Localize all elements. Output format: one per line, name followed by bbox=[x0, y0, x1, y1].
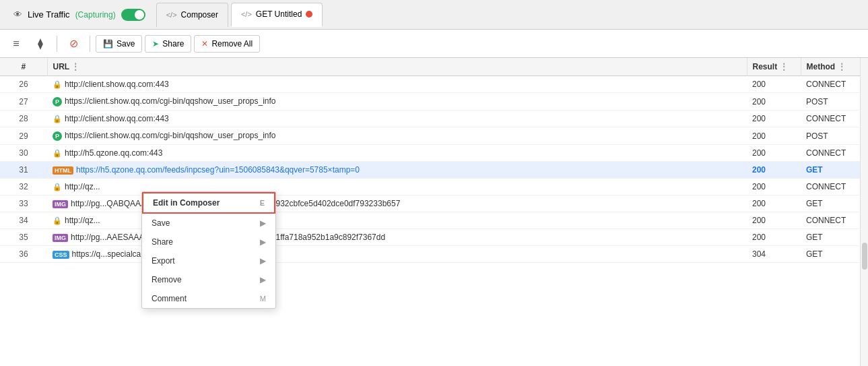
traffic-table-container: # URL ⋮ Result ⋮ Method ⋮ 26 🔒http://cli… bbox=[0, 58, 868, 366]
table-row[interactable]: 30 🔒http://h5.qzone.qq.com:443 200 CONNE… bbox=[0, 145, 868, 162]
table-row[interactable]: 31 HTMLhttps://h5.qzone.qq.com/feeds/inp… bbox=[0, 162, 868, 179]
cell-method: GET bbox=[801, 195, 868, 212]
tab-live-traffic[interactable]: 👁 Live Traffic (Capturing) bbox=[3, 3, 156, 27]
remove-all-label: Remove All bbox=[211, 39, 253, 49]
table-row[interactable]: 35 IMGhttp://pg...AAESAAAk29Bf4tUdApiGyj… bbox=[0, 229, 868, 246]
col-header-method[interactable]: Method ⋮ bbox=[801, 58, 868, 76]
lock-icon: 🔒 bbox=[53, 149, 62, 158]
context-menu-item[interactable]: Remove▶ bbox=[142, 270, 275, 289]
cell-row-num: 34 bbox=[0, 212, 47, 229]
toggle-dot bbox=[135, 10, 144, 20]
lock-icon: 🔒 bbox=[53, 216, 62, 225]
scrollbar[interactable] bbox=[860, 58, 868, 366]
table-row[interactable]: 36 CSShttps://q...specialcare_qqim_v2.cs… bbox=[0, 246, 868, 263]
cell-row-num: 36 bbox=[0, 246, 47, 263]
context-menu-item[interactable]: CommentM bbox=[142, 289, 275, 308]
cell-url[interactable]: 🔒http://h5.qzone.qq.com:443 bbox=[47, 145, 747, 162]
table-row[interactable]: 29 Phttps://client.show.qq.com/cgi-bin/q… bbox=[0, 127, 868, 145]
table-row[interactable]: 26 🔒http://client.show.qq.com:443 200 CO… bbox=[0, 76, 868, 93]
table-row[interactable]: 34 🔒http://qz... 200 CONNECT bbox=[0, 212, 868, 229]
cell-method: GET bbox=[801, 229, 868, 246]
cell-row-num: 28 bbox=[0, 111, 47, 127]
context-menu: Edit in ComposerESave▶Share▶Export▶Remov… bbox=[141, 191, 276, 309]
col-header-url[interactable]: URL ⋮ bbox=[47, 58, 747, 76]
cell-result: 304 bbox=[747, 246, 801, 263]
cell-row-num: 30 bbox=[0, 145, 47, 162]
live-traffic-label: Live Traffic bbox=[28, 9, 70, 20]
cell-result: 200 bbox=[747, 162, 801, 179]
submenu-arrow-icon: ▶ bbox=[260, 256, 266, 266]
capture-toggle[interactable] bbox=[121, 9, 145, 21]
cell-result: 200 bbox=[747, 93, 801, 111]
method-col-menu-icon[interactable]: ⋮ bbox=[838, 62, 846, 71]
eye-icon: 👁 bbox=[13, 9, 22, 20]
code-icon: </> bbox=[166, 11, 177, 19]
cell-result: 200 bbox=[747, 145, 801, 162]
toolbar: ≡ ⧫ ⊘ 💾 Save ➤ Share ✕ Remove All bbox=[0, 30, 868, 58]
cell-result: 200 bbox=[747, 111, 801, 127]
save-icon: 💾 bbox=[103, 39, 113, 49]
cell-method: POST bbox=[801, 93, 868, 111]
cell-url[interactable]: Phttps://client.show.qq.com/cgi-bin/qqsh… bbox=[47, 127, 747, 145]
context-menu-item[interactable]: Edit in ComposerE bbox=[142, 192, 275, 214]
code-get-icon: </> bbox=[241, 10, 252, 18]
submenu-arrow-icon: ▶ bbox=[260, 237, 266, 247]
cell-result: 200 bbox=[747, 179, 801, 195]
cell-url[interactable]: HTMLhttps://h5.qzone.qq.com/feeds/inpcse… bbox=[47, 162, 747, 179]
cell-method: CONNECT bbox=[801, 111, 868, 127]
cell-result: 200 bbox=[747, 229, 801, 246]
cell-row-num: 33 bbox=[0, 195, 47, 212]
cell-method: GET bbox=[801, 246, 868, 263]
shortcut-label: E bbox=[260, 199, 265, 207]
tab-composer[interactable]: </> Composer bbox=[156, 3, 228, 27]
url-col-menu-icon[interactable]: ⋮ bbox=[71, 62, 79, 71]
post-icon: P bbox=[53, 131, 62, 141]
share-button[interactable]: ➤ Share bbox=[145, 35, 191, 53]
table-header-row: # URL ⋮ Result ⋮ Method ⋮ bbox=[0, 58, 868, 76]
cell-url[interactable]: 🔒http://client.show.qq.com:443 bbox=[47, 76, 747, 93]
result-col-menu-icon[interactable]: ⋮ bbox=[780, 62, 788, 71]
table-row[interactable]: 33 IMGhttp://pg...QABQAAAAktBf2Kv9Bt_x2W… bbox=[0, 195, 868, 212]
lock-icon: 🔒 bbox=[53, 80, 62, 89]
table-row[interactable]: 32 🔒http://qz... 200 CONNECT bbox=[0, 179, 868, 195]
cell-method: CONNECT bbox=[801, 179, 868, 195]
cell-row-num: 35 bbox=[0, 229, 47, 246]
tab-modified-dot bbox=[306, 11, 312, 18]
filter-button[interactable]: ⧫ bbox=[30, 33, 51, 55]
filter-remove-button[interactable]: ⊘ bbox=[63, 33, 84, 55]
save-button[interactable]: 💾 Save bbox=[96, 35, 142, 53]
submenu-arrow-icon: ▶ bbox=[260, 275, 266, 284]
cell-result: 200 bbox=[747, 76, 801, 93]
cell-row-num: 26 bbox=[0, 76, 47, 93]
post-icon: P bbox=[53, 97, 62, 106]
toolbar-divider-1 bbox=[57, 36, 57, 52]
cell-url[interactable]: Phttps://client.show.qq.com/cgi-bin/qqsh… bbox=[47, 93, 747, 111]
cell-url[interactable]: 🔒http://client.show.qq.com:443 bbox=[47, 111, 747, 127]
remove-all-button[interactable]: ✕ Remove All bbox=[194, 35, 260, 53]
table-body: 26 🔒http://client.show.qq.com:443 200 CO… bbox=[0, 76, 868, 263]
hamburger-button[interactable]: ≡ bbox=[5, 33, 27, 55]
context-menu-label: Share bbox=[152, 237, 173, 247]
col-header-num[interactable]: # bbox=[0, 58, 47, 76]
context-menu-item[interactable]: Share▶ bbox=[142, 233, 275, 251]
table-row[interactable]: 27 Phttps://client.show.qq.com/cgi-bin/q… bbox=[0, 93, 868, 111]
table-row[interactable]: 28 🔒http://client.show.qq.com:443 200 CO… bbox=[0, 111, 868, 127]
context-menu-label: Save bbox=[152, 218, 170, 228]
cell-row-num: 32 bbox=[0, 179, 47, 195]
context-menu-label: Export bbox=[152, 256, 175, 266]
context-menu-label: Edit in Composer bbox=[153, 198, 220, 208]
context-menu-item[interactable]: Export▶ bbox=[142, 251, 275, 270]
lock-icon: 🔒 bbox=[53, 115, 62, 123]
col-header-result[interactable]: Result ⋮ bbox=[747, 58, 801, 76]
context-menu-item[interactable]: Save▶ bbox=[142, 214, 275, 233]
submenu-arrow-icon: ▶ bbox=[260, 218, 266, 228]
cell-method: CONNECT bbox=[801, 212, 868, 229]
cell-method: GET bbox=[801, 162, 868, 179]
cell-method: CONNECT bbox=[801, 145, 868, 162]
lock-icon: 🔒 bbox=[53, 183, 62, 191]
share-icon: ➤ bbox=[152, 39, 159, 49]
scrollbar-thumb[interactable] bbox=[862, 243, 867, 270]
context-menu-label: Comment bbox=[152, 294, 187, 303]
tab-untitled[interactable]: </> GET Untitled bbox=[231, 3, 323, 27]
cell-row-num: 29 bbox=[0, 127, 47, 145]
